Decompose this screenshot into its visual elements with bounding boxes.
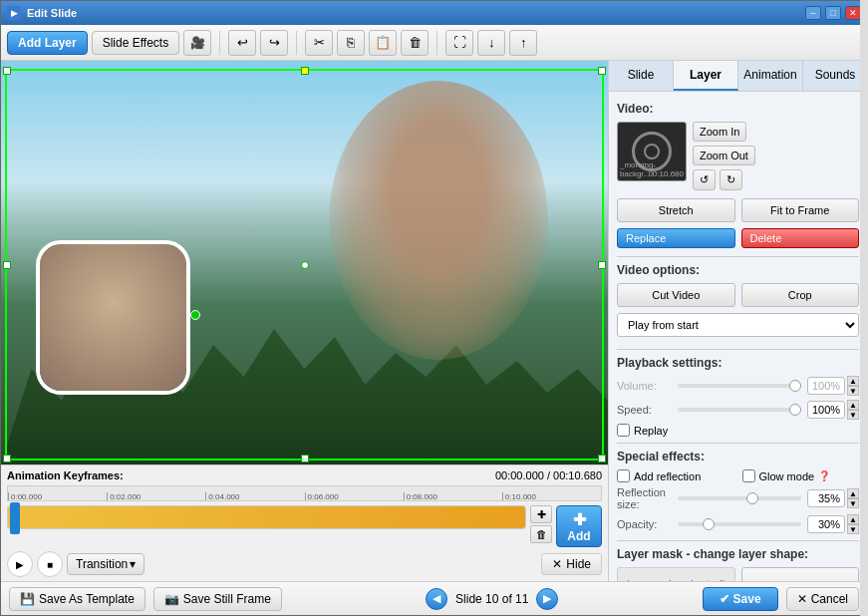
ruler-mark-0: 0:00.000 — [8, 492, 107, 500]
slide-info: Slide 10 of 11 — [455, 592, 528, 606]
cut-video-button[interactable]: Cut Video — [617, 283, 735, 307]
stop-button[interactable]: ■ — [37, 551, 63, 577]
volume-thumb[interactable] — [789, 380, 801, 392]
delete-video-button[interactable]: Delete — [741, 228, 860, 248]
ruler-mark-1: 0:02.000 — [107, 492, 205, 500]
timeline-playhead[interactable] — [10, 502, 20, 534]
rotate-cw-button[interactable]: ↻ — [720, 169, 742, 190]
reflection-size-thumb[interactable] — [746, 492, 758, 504]
green-handle[interactable] — [190, 310, 200, 320]
hide-button[interactable]: ✕ Hide — [541, 553, 602, 575]
timeline-trash-icon-btn[interactable]: 🗑 — [530, 525, 552, 543]
rotate-buttons-row: ↺ ↻ — [693, 169, 755, 190]
playback-settings-title: Playback settings: — [617, 356, 859, 370]
glow-checkbox[interactable] — [742, 469, 755, 482]
opacity-down[interactable]: ▼ — [847, 524, 859, 534]
couple-photo[interactable] — [329, 81, 548, 360]
delete-button[interactable]: 🗑 — [401, 30, 429, 56]
reflection-size-input[interactable] — [807, 489, 845, 507]
reflection-checkbox[interactable] — [617, 469, 630, 482]
tab-animation[interactable]: Animation — [738, 61, 803, 91]
timeline-add-icon-btn[interactable]: ✚ — [530, 505, 552, 523]
volume-input[interactable] — [807, 377, 845, 395]
opacity-up[interactable]: ▲ — [847, 514, 859, 524]
close-button[interactable]: ✕ — [845, 6, 861, 20]
portrait-photo[interactable] — [36, 240, 190, 395]
crop-button[interactable]: Crop — [741, 283, 860, 307]
reflection-size-down[interactable]: ▼ — [847, 498, 859, 508]
volume-slider[interactable] — [678, 384, 801, 388]
speed-up[interactable]: ▲ — [847, 400, 859, 410]
ruler-mark-5: 0:10.000 — [502, 492, 601, 500]
left-panel: Animation Keyframes: 00:00.000 / 00:10.6… — [1, 61, 608, 581]
transition-button[interactable]: Transition ▾ — [67, 553, 145, 575]
zoom-in-button[interactable]: Zoom In — [693, 122, 746, 142]
save-as-template-button[interactable]: 💾 Save As Template — [9, 587, 145, 611]
scrollbar[interactable] — [860, 92, 867, 581]
mask-section-title: Layer mask - change layer shape: — [617, 547, 859, 561]
speed-thumb[interactable] — [789, 404, 801, 416]
tab-sounds[interactable]: Sounds — [803, 61, 867, 91]
replay-checkbox[interactable] — [617, 424, 630, 437]
volume-up[interactable]: ▲ — [847, 376, 859, 386]
volume-label: Volume: — [617, 380, 672, 392]
opacity-thumb[interactable] — [703, 518, 715, 530]
timeline-area: Animation Keyframes: 00:00.000 / 00:10.6… — [1, 464, 608, 581]
next-slide-button[interactable]: ▶ — [536, 588, 558, 610]
slide-effects-button[interactable]: Slide Effects — [92, 31, 179, 55]
replace-button[interactable]: Replace — [617, 228, 735, 248]
camera-button[interactable]: 🎥 — [183, 30, 211, 56]
move-down-button[interactable]: ↓ — [477, 30, 505, 56]
speed-input[interactable] — [807, 401, 845, 419]
cut-button[interactable]: ✂ — [305, 30, 333, 56]
cancel-button[interactable]: ✕ Cancel — [786, 587, 859, 611]
fit-button[interactable]: ⛶ — [445, 30, 473, 56]
rotate-ccw-button[interactable]: ↺ — [693, 169, 716, 190]
opacity-slider[interactable] — [678, 522, 801, 526]
add-label: Add — [567, 529, 590, 543]
redo-button[interactable]: ↪ — [260, 30, 288, 56]
video-reel-inner — [644, 144, 660, 159]
restore-button[interactable]: □ — [825, 6, 841, 20]
prev-slide-button[interactable]: ◀ — [426, 588, 447, 610]
reflection-size-up[interactable]: ▲ — [847, 488, 859, 498]
tab-layer[interactable]: Layer — [674, 61, 738, 91]
speed-row: Speed: ▲ ▼ — [617, 400, 859, 420]
save-still-label: Save Still Frame — [183, 592, 271, 606]
opacity-input[interactable] — [807, 515, 845, 533]
reflection-size-slider[interactable] — [678, 496, 801, 500]
effects-checkboxes: Add reflection Glow mode ❓ — [617, 469, 859, 486]
volume-spinner: ▲ ▼ — [807, 376, 859, 396]
title-bar: ▶ Edit Slide – □ ✕ — [1, 1, 867, 25]
glow-label: Glow mode — [759, 470, 815, 482]
video-preview-row: _morning-backgr... 00:10.680 Zoom In Zoo… — [617, 122, 859, 190]
divider2 — [617, 349, 859, 350]
undo-button[interactable]: ↩ — [228, 30, 256, 56]
timeline-controls: ▶ ■ Transition ▾ ✕ Hide — [7, 551, 602, 577]
video-duration: 00:10.680 — [648, 169, 684, 178]
timeline-track[interactable] — [7, 505, 526, 529]
speed-down[interactable]: ▼ — [847, 410, 859, 420]
add-layer-button[interactable]: Add Layer — [7, 31, 88, 55]
paste-button[interactable]: 📋 — [369, 30, 397, 56]
speed-slider[interactable] — [678, 408, 801, 412]
zoom-buttons-row: Zoom In — [693, 122, 755, 142]
play-from-dropdown[interactable]: Play from start — [617, 313, 859, 337]
move-up-button[interactable]: ↑ — [509, 30, 537, 56]
fit-to-frame-button[interactable]: Fit to Frame — [741, 198, 860, 222]
minimize-button[interactable]: – — [805, 6, 821, 20]
stretch-button[interactable]: Stretch — [617, 198, 735, 222]
add-keyframe-button[interactable]: ✚ Add — [556, 505, 602, 547]
save-still-frame-button[interactable]: 📷 Save Still Frame — [153, 587, 282, 611]
glow-row: Glow mode ❓ — [742, 469, 860, 482]
select-mask-button[interactable]: Select Mask — [741, 567, 860, 581]
zoom-out-button[interactable]: Zoom Out — [693, 146, 755, 165]
volume-down[interactable]: ▼ — [847, 386, 859, 396]
save-button[interactable]: ✔ Save — [703, 587, 778, 611]
play-button[interactable]: ▶ — [7, 551, 33, 577]
tab-slide[interactable]: Slide — [609, 61, 674, 91]
copy-button[interactable]: ⎘ — [337, 30, 365, 56]
volume-row: Volume: ▲ ▼ — [617, 376, 859, 396]
canvas-area[interactable] — [1, 61, 608, 464]
timeline-header: Animation Keyframes: 00:00.000 / 00:10.6… — [7, 469, 602, 481]
